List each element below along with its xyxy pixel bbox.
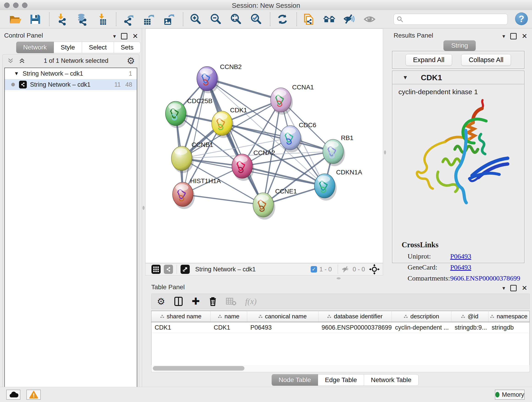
- bottom-statusbar: Memory: [0, 387, 532, 402]
- tab-select[interactable]: Select: [82, 42, 114, 53]
- network-share-icon[interactable]: [164, 265, 173, 274]
- collapse-all-button[interactable]: Collapse All: [461, 54, 511, 66]
- zoom-in-icon[interactable]: [188, 12, 203, 26]
- table-cell[interactable]: cyclin-dependent ...: [392, 322, 451, 333]
- import-network-from-database-icon[interactable]: [75, 12, 89, 26]
- results-panel-float-icon[interactable]: [510, 33, 517, 39]
- grid-view-icon[interactable]: [152, 265, 161, 274]
- node-table[interactable]: shared namenamecanonical namedatabase id…: [151, 311, 530, 366]
- entry-collapse-icon[interactable]: ▼: [403, 74, 408, 81]
- entry-header[interactable]: ▼ CDK1: [393, 71, 524, 84]
- delete-column-trash-icon[interactable]: [209, 296, 217, 306]
- tab-sets[interactable]: Sets: [114, 42, 141, 53]
- export-network-icon[interactable]: [121, 12, 136, 26]
- network-node-CCNB2[interactable]: CCNB2: [197, 63, 242, 93]
- network-view-canvas[interactable]: CCNB2CCNA1CDC25BCDK1CDC6RB1CCNB1CCNA2CDK…: [145, 28, 383, 263]
- show-columns-icon[interactable]: [174, 296, 183, 306]
- houses-icon[interactable]: [322, 12, 336, 26]
- hide-selected-icon[interactable]: [342, 12, 356, 26]
- table-settings-gear-icon[interactable]: ⚙: [157, 297, 165, 306]
- network-collection-row[interactable]: ▼ String Network – cdk1 1: [5, 68, 137, 79]
- network-node-HIST1H1A[interactable]: HIST1H1A: [172, 177, 221, 209]
- crosslink-link[interactable]: P06493: [450, 263, 471, 271]
- tab-node-table[interactable]: Node Table: [272, 374, 318, 386]
- tab-string[interactable]: String: [443, 40, 476, 51]
- expand-all-button[interactable]: Expand All: [405, 54, 452, 66]
- cloud-status-button[interactable]: [6, 390, 20, 400]
- open-in-new-window-icon[interactable]: [181, 265, 190, 274]
- table-cell[interactable]: CDK1: [152, 322, 210, 333]
- results-panel-close-icon[interactable]: ✕: [522, 32, 527, 40]
- open-session-icon[interactable]: [8, 12, 22, 26]
- table-cell[interactable]: CDK1: [210, 322, 247, 333]
- column-header-name[interactable]: name: [210, 311, 247, 322]
- import-table-from-file-icon[interactable]: [95, 12, 109, 26]
- table-cell[interactable]: P06493: [247, 322, 318, 333]
- column-header-shared-name[interactable]: shared name: [152, 311, 210, 322]
- network-node-CCNE1[interactable]: CCNE1: [253, 188, 297, 220]
- control-panel-close-icon[interactable]: ✕: [133, 32, 138, 40]
- column-header--id[interactable]: @id: [451, 311, 488, 322]
- network-options-gear-icon[interactable]: ⚙: [127, 56, 135, 65]
- control-panel-menu-icon[interactable]: ▾: [113, 33, 116, 39]
- network-node-CCNA1[interactable]: CCNA1: [271, 84, 314, 115]
- column-type-icon: [461, 315, 465, 318]
- table-cell[interactable]: stringdb:9...: [451, 322, 488, 333]
- expand-all-networks-icon[interactable]: [19, 57, 25, 64]
- table-toolbar: ⚙ ✚ f(x): [151, 294, 530, 309]
- tab-edge-table[interactable]: Edge Table: [318, 374, 364, 386]
- tab-style[interactable]: Style: [54, 42, 82, 53]
- table-panel-float-icon[interactable]: [510, 285, 517, 291]
- tab-network-table[interactable]: Network Table: [364, 374, 418, 386]
- selected-checkbox-icon[interactable]: ✓: [311, 266, 317, 273]
- network-node-CDC6[interactable]: CDC6: [280, 121, 316, 153]
- import-network-from-file-icon[interactable]: [55, 12, 69, 26]
- warning-icon: [29, 390, 38, 399]
- crosslink-link[interactable]: P06493: [450, 252, 471, 260]
- memory-button[interactable]: Memory: [495, 390, 525, 400]
- collapse-all-networks-icon[interactable]: [7, 57, 14, 64]
- horizontal-splitter-handle[interactable]: [336, 277, 341, 279]
- refresh-view-icon[interactable]: [275, 12, 290, 26]
- scrollbar-thumb[interactable]: [153, 366, 244, 370]
- documents-share-icon[interactable]: [302, 12, 316, 26]
- right-splitter-handle[interactable]: [384, 150, 386, 154]
- zoom-fit-icon[interactable]: [229, 12, 243, 26]
- birds-eye-view-icon[interactable]: [369, 264, 380, 274]
- control-panel-float-icon[interactable]: [121, 33, 127, 39]
- zoom-selected-icon[interactable]: [249, 12, 263, 26]
- column-header-canonical-name[interactable]: canonical name: [247, 311, 318, 322]
- save-session-icon[interactable]: [28, 12, 42, 26]
- column-header-description[interactable]: description: [392, 311, 451, 322]
- tab-network[interactable]: Network: [16, 42, 54, 53]
- table-row[interactable]: CDK1CDK1P064939606.ENSP00000378699cyclin…: [152, 322, 530, 333]
- search-box[interactable]: [394, 14, 508, 25]
- table-horizontal-scrollbar[interactable]: [151, 365, 530, 372]
- zoom-out-icon[interactable]: [209, 12, 223, 26]
- table-panel-menu-icon[interactable]: ▾: [502, 285, 505, 291]
- results-panel-menu-icon[interactable]: ▾: [502, 33, 505, 39]
- network-edge-count: 48: [125, 81, 132, 88]
- left-splitter-handle[interactable]: [143, 206, 145, 210]
- search-input[interactable]: [405, 16, 507, 23]
- network-node-RB1[interactable]: RB1: [323, 134, 353, 166]
- collection-expand-icon[interactable]: ▼: [14, 70, 19, 77]
- column-header-database-identifier[interactable]: database identifier: [318, 311, 392, 322]
- results-panel: Results Panel ▾ ✕ String Expand All Coll…: [387, 28, 532, 275]
- create-column-plus-icon[interactable]: ✚: [192, 297, 200, 306]
- results-panel-title: Results Panel: [394, 32, 433, 39]
- warnings-button[interactable]: [26, 390, 41, 400]
- help-button[interactable]: ?: [515, 12, 528, 25]
- network-node-CDKN1A[interactable]: CDKN1A: [314, 169, 362, 201]
- show-eye-icon[interactable]: [362, 12, 377, 26]
- table-cell[interactable]: stringdb: [488, 322, 530, 333]
- column-type-icon: [490, 315, 494, 318]
- table-cell[interactable]: 9606.ENSP00000378699: [318, 322, 392, 333]
- network-row[interactable]: String Network – cdk1 11 48: [5, 79, 137, 90]
- column-header-namespace[interactable]: namespace: [488, 311, 530, 322]
- export-image-icon[interactable]: [162, 12, 176, 26]
- export-table-icon[interactable]: [142, 12, 156, 26]
- entry-gene-name: CDK1: [421, 73, 442, 82]
- table-panel-close-icon[interactable]: ✕: [522, 284, 527, 292]
- protein-structure-image: [404, 96, 513, 234]
